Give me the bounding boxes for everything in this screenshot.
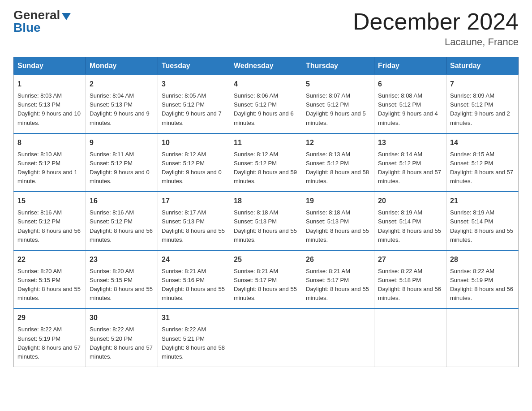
day-info: Sunrise: 8:22 AMSunset: 5:20 PMDaylight:… bbox=[90, 325, 154, 361]
header-sunday: Sunday bbox=[14, 57, 86, 75]
header-wednesday: Wednesday bbox=[230, 57, 302, 75]
day-number: 17 bbox=[162, 196, 226, 206]
calendar-week-row: 1Sunrise: 8:03 AMSunset: 5:13 PMDaylight… bbox=[14, 75, 519, 133]
calendar-cell: 31Sunrise: 8:22 AMSunset: 5:21 PMDayligh… bbox=[158, 308, 230, 367]
day-info: Sunrise: 8:19 AMSunset: 5:14 PMDaylight:… bbox=[450, 208, 515, 244]
day-info: Sunrise: 8:22 AMSunset: 5:21 PMDaylight:… bbox=[162, 325, 226, 361]
day-info: Sunrise: 8:16 AMSunset: 5:12 PMDaylight:… bbox=[90, 208, 154, 244]
calendar-cell: 17Sunrise: 8:17 AMSunset: 5:13 PMDayligh… bbox=[158, 192, 230, 250]
day-number: 7 bbox=[450, 79, 515, 90]
header-tuesday: Tuesday bbox=[158, 57, 230, 75]
logo-triangle-icon bbox=[62, 13, 71, 20]
calendar-cell: 24Sunrise: 8:21 AMSunset: 5:16 PMDayligh… bbox=[158, 250, 230, 309]
header-friday: Friday bbox=[374, 57, 446, 75]
calendar-cell bbox=[302, 308, 374, 367]
calendar-cell: 10Sunrise: 8:12 AMSunset: 5:12 PMDayligh… bbox=[158, 133, 230, 192]
calendar-cell: 12Sunrise: 8:13 AMSunset: 5:12 PMDayligh… bbox=[302, 133, 374, 192]
day-number: 19 bbox=[306, 196, 370, 206]
calendar-cell: 13Sunrise: 8:14 AMSunset: 5:12 PMDayligh… bbox=[374, 133, 446, 192]
header-saturday: Saturday bbox=[446, 57, 519, 75]
day-number: 25 bbox=[234, 254, 298, 265]
day-info: Sunrise: 8:04 AMSunset: 5:13 PMDaylight:… bbox=[90, 91, 154, 128]
day-number: 1 bbox=[17, 79, 82, 90]
day-info: Sunrise: 8:21 AMSunset: 5:17 PMDaylight:… bbox=[306, 267, 370, 303]
day-info: Sunrise: 8:19 AMSunset: 5:14 PMDaylight:… bbox=[378, 208, 442, 244]
calendar-cell: 11Sunrise: 8:12 AMSunset: 5:12 PMDayligh… bbox=[230, 133, 302, 192]
day-info: Sunrise: 8:09 AMSunset: 5:12 PMDaylight:… bbox=[450, 91, 515, 128]
day-number: 29 bbox=[17, 313, 82, 323]
day-info: Sunrise: 8:21 AMSunset: 5:17 PMDaylight:… bbox=[234, 267, 298, 303]
day-info: Sunrise: 8:18 AMSunset: 5:13 PMDaylight:… bbox=[306, 208, 370, 244]
day-info: Sunrise: 8:20 AMSunset: 5:15 PMDaylight:… bbox=[17, 267, 82, 303]
day-number: 16 bbox=[90, 196, 154, 206]
day-number: 24 bbox=[162, 254, 226, 265]
day-info: Sunrise: 8:12 AMSunset: 5:12 PMDaylight:… bbox=[234, 150, 298, 186]
calendar-cell: 6Sunrise: 8:08 AMSunset: 5:12 PMDaylight… bbox=[374, 75, 446, 133]
calendar-cell: 23Sunrise: 8:20 AMSunset: 5:15 PMDayligh… bbox=[86, 250, 158, 309]
day-info: Sunrise: 8:11 AMSunset: 5:12 PMDaylight:… bbox=[90, 150, 154, 186]
calendar-cell: 9Sunrise: 8:11 AMSunset: 5:12 PMDaylight… bbox=[86, 133, 158, 192]
header-monday: Monday bbox=[86, 57, 158, 75]
day-info: Sunrise: 8:06 AMSunset: 5:12 PMDaylight:… bbox=[234, 91, 298, 128]
day-info: Sunrise: 8:12 AMSunset: 5:12 PMDaylight:… bbox=[162, 150, 226, 186]
day-info: Sunrise: 8:16 AMSunset: 5:12 PMDaylight:… bbox=[17, 208, 82, 244]
day-info: Sunrise: 8:03 AMSunset: 5:13 PMDaylight:… bbox=[17, 91, 82, 128]
calendar-cell: 25Sunrise: 8:21 AMSunset: 5:17 PMDayligh… bbox=[230, 250, 302, 309]
calendar-cell: 4Sunrise: 8:06 AMSunset: 5:12 PMDaylight… bbox=[230, 75, 302, 133]
day-number: 15 bbox=[17, 196, 82, 206]
calendar-cell: 21Sunrise: 8:19 AMSunset: 5:14 PMDayligh… bbox=[446, 192, 519, 250]
day-info: Sunrise: 8:10 AMSunset: 5:12 PMDaylight:… bbox=[17, 150, 82, 186]
day-number: 22 bbox=[17, 254, 82, 265]
day-number: 4 bbox=[234, 79, 298, 90]
calendar-week-row: 29Sunrise: 8:22 AMSunset: 5:19 PMDayligh… bbox=[14, 308, 519, 367]
day-number: 10 bbox=[162, 137, 226, 148]
day-number: 8 bbox=[17, 137, 82, 148]
calendar-cell: 2Sunrise: 8:04 AMSunset: 5:13 PMDaylight… bbox=[86, 75, 158, 133]
logo-general-line: General bbox=[13, 9, 71, 21]
calendar-cell: 30Sunrise: 8:22 AMSunset: 5:20 PMDayligh… bbox=[86, 308, 158, 367]
calendar-cell: 26Sunrise: 8:21 AMSunset: 5:17 PMDayligh… bbox=[302, 250, 374, 309]
calendar-cell: 19Sunrise: 8:18 AMSunset: 5:13 PMDayligh… bbox=[302, 192, 374, 250]
day-info: Sunrise: 8:21 AMSunset: 5:16 PMDaylight:… bbox=[162, 267, 226, 303]
day-header-row: Sunday Monday Tuesday Wednesday Thursday… bbox=[14, 57, 519, 75]
calendar-cell: 1Sunrise: 8:03 AMSunset: 5:13 PMDaylight… bbox=[14, 75, 86, 133]
day-number: 12 bbox=[306, 137, 370, 148]
day-number: 14 bbox=[450, 137, 515, 148]
day-number: 2 bbox=[90, 79, 154, 90]
calendar-cell: 16Sunrise: 8:16 AMSunset: 5:12 PMDayligh… bbox=[86, 192, 158, 250]
day-info: Sunrise: 8:15 AMSunset: 5:12 PMDaylight:… bbox=[450, 150, 515, 186]
day-info: Sunrise: 8:22 AMSunset: 5:19 PMDaylight:… bbox=[17, 325, 82, 361]
day-info: Sunrise: 8:22 AMSunset: 5:18 PMDaylight:… bbox=[378, 267, 442, 303]
day-info: Sunrise: 8:07 AMSunset: 5:12 PMDaylight:… bbox=[306, 91, 370, 128]
day-number: 3 bbox=[162, 79, 226, 90]
day-number: 11 bbox=[234, 137, 298, 148]
header-thursday: Thursday bbox=[302, 57, 374, 75]
day-number: 31 bbox=[162, 313, 226, 323]
day-info: Sunrise: 8:20 AMSunset: 5:15 PMDaylight:… bbox=[90, 267, 154, 303]
title-area: December 2024 Lacaune, France bbox=[353, 9, 519, 48]
calendar-cell: 18Sunrise: 8:18 AMSunset: 5:13 PMDayligh… bbox=[230, 192, 302, 250]
calendar-cell: 29Sunrise: 8:22 AMSunset: 5:19 PMDayligh… bbox=[14, 308, 86, 367]
calendar-cell bbox=[374, 308, 446, 367]
day-info: Sunrise: 8:08 AMSunset: 5:12 PMDaylight:… bbox=[378, 91, 442, 128]
calendar-week-row: 8Sunrise: 8:10 AMSunset: 5:12 PMDaylight… bbox=[14, 133, 519, 192]
day-number: 5 bbox=[306, 79, 370, 90]
day-info: Sunrise: 8:13 AMSunset: 5:12 PMDaylight:… bbox=[306, 150, 370, 186]
calendar-week-row: 22Sunrise: 8:20 AMSunset: 5:15 PMDayligh… bbox=[14, 250, 519, 309]
calendar-cell: 3Sunrise: 8:05 AMSunset: 5:12 PMDaylight… bbox=[158, 75, 230, 133]
day-number: 27 bbox=[378, 254, 442, 265]
calendar-cell: 15Sunrise: 8:16 AMSunset: 5:12 PMDayligh… bbox=[14, 192, 86, 250]
calendar-cell: 8Sunrise: 8:10 AMSunset: 5:12 PMDaylight… bbox=[14, 133, 86, 192]
logo-general-text: General bbox=[13, 8, 60, 22]
day-number: 28 bbox=[450, 254, 515, 265]
day-info: Sunrise: 8:18 AMSunset: 5:13 PMDaylight:… bbox=[234, 208, 298, 244]
month-title: December 2024 bbox=[353, 9, 519, 34]
page-header: General Blue December 2024 Lacaune, Fran… bbox=[13, 9, 519, 48]
calendar-header: Sunday Monday Tuesday Wednesday Thursday… bbox=[14, 57, 519, 75]
calendar-cell: 7Sunrise: 8:09 AMSunset: 5:12 PMDaylight… bbox=[446, 75, 519, 133]
logo-blue-text: Blue bbox=[13, 21, 41, 34]
calendar-cell: 20Sunrise: 8:19 AMSunset: 5:14 PMDayligh… bbox=[374, 192, 446, 250]
calendar-cell bbox=[230, 308, 302, 367]
day-number: 21 bbox=[450, 196, 515, 206]
calendar-table: Sunday Monday Tuesday Wednesday Thursday… bbox=[13, 57, 519, 367]
